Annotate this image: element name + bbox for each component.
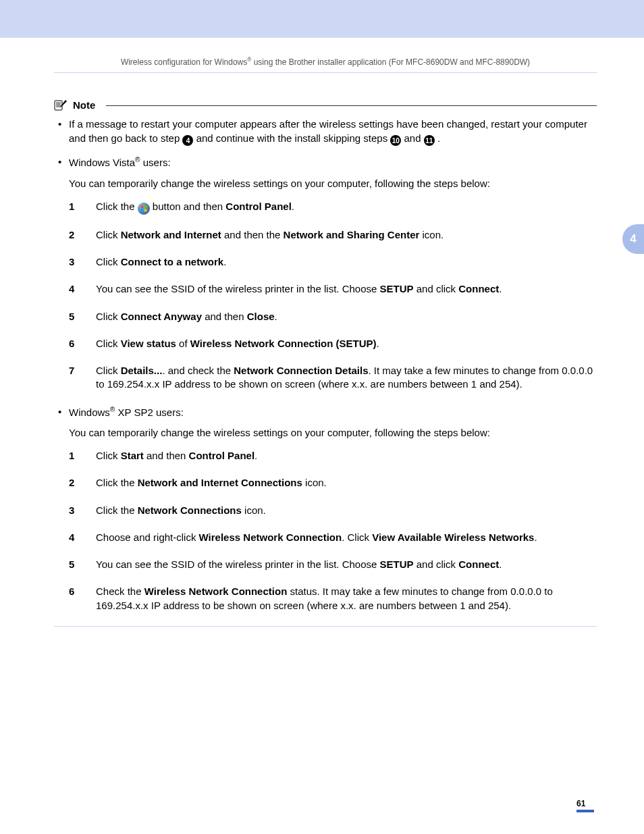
running-header-pre: Wireless configuration for Windows — [121, 57, 247, 67]
text: Windows — [69, 407, 110, 418]
step-ref-icon: 10 — [390, 135, 401, 146]
svg-rect-7 — [140, 209, 143, 211]
page-content: Note If a message to restart your comput… — [0, 73, 644, 627]
list-item: 2Click Network and Internet and then the… — [69, 228, 597, 242]
svg-rect-5 — [140, 205, 143, 208]
text: XP SP2 users: — [115, 407, 183, 418]
list-item: 1 Click the button and then Control Pane… — [69, 200, 597, 215]
list-item: 1Click Start and then Control Panel. — [69, 449, 597, 463]
top-banner — [0, 0, 644, 38]
step-number: 1 — [69, 200, 78, 215]
list-item: 6Click View status of Wireless Network C… — [69, 337, 597, 350]
note-pencil-icon — [54, 99, 68, 111]
vista-steps: 1 Click the button and then Control Pane… — [69, 200, 597, 392]
step-text: Click the button and then Control Panel. — [96, 200, 597, 215]
text: and continue with the install skipping s… — [196, 132, 391, 144]
list-item: 4Choose and right-click Wireless Network… — [69, 531, 597, 544]
list-item: 5You can see the SSID of the wireless pr… — [69, 558, 597, 571]
text: . — [437, 132, 440, 144]
text: Windows Vista — [69, 157, 135, 168]
section-end-rule — [54, 626, 597, 627]
list-item: Windows Vista® users: You can temporaril… — [57, 155, 597, 391]
text: and — [404, 132, 424, 144]
note-bullets: If a message to restart your computer ap… — [54, 118, 597, 613]
list-item: 7Click Details.... and check the Network… — [69, 364, 597, 392]
list-item: 6Check the Wireless Network Connection s… — [69, 585, 597, 613]
xp-steps: 1Click Start and then Control Panel. 2Cl… — [69, 449, 597, 613]
svg-rect-6 — [144, 205, 146, 208]
running-header-post: using the Brother installer application … — [251, 57, 530, 67]
page-number: 61 — [576, 799, 594, 812]
list-item: 4You can see the SSID of the wireless pr… — [69, 282, 597, 296]
note-label: Note — [73, 99, 95, 112]
list-item: 3Click Connect to a network. — [69, 255, 597, 269]
registered-mark: ® — [135, 156, 140, 163]
vista-intro: You can temporarily change the wireless … — [69, 177, 597, 190]
page-number-underline — [576, 810, 594, 812]
text: users: — [140, 157, 171, 168]
note-header: Note — [54, 99, 597, 112]
xp-intro: You can temporarily change the wireless … — [69, 426, 597, 440]
note-rule — [106, 105, 597, 106]
list-item: 3Click the Network Connections icon. — [69, 504, 597, 517]
windows-orb-icon — [138, 203, 150, 215]
step-ref-icon: 4 — [182, 135, 193, 146]
list-item: Windows® XP SP2 users: You can temporari… — [57, 405, 597, 613]
step-ref-icon: 11 — [424, 135, 435, 146]
running-header: Wireless configuration for Windows® usin… — [54, 38, 597, 73]
list-item: If a message to restart your computer ap… — [57, 118, 597, 146]
list-item: 5Click Connect Anyway and then Close. — [69, 310, 597, 323]
svg-rect-8 — [144, 209, 146, 211]
list-item: 2Click the Network and Internet Connecti… — [69, 476, 597, 490]
